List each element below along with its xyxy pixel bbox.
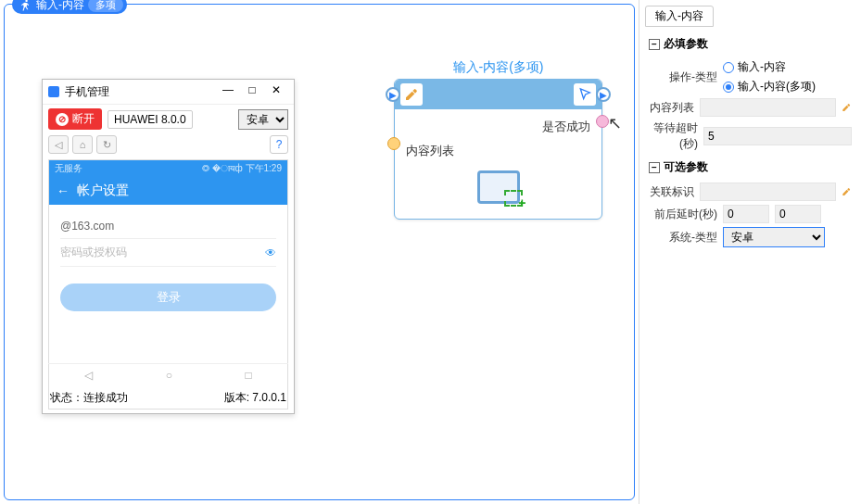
collapse-required-icon[interactable]: − [649, 39, 660, 50]
phone-header-title: 帐户设置 [77, 183, 129, 199]
op-type-radio-2[interactable]: 输入-内容(多项) [723, 79, 852, 94]
system-select[interactable]: 安卓 [723, 227, 825, 247]
assoc-label: 关联标识 [649, 184, 694, 200]
phone-status-left: 无服务 [55, 162, 82, 175]
email-field[interactable]: @163.com [60, 214, 276, 239]
walk-icon [19, 0, 32, 11]
device-name: HUAWEI 8.0.0 [108, 110, 193, 129]
window-title: 手机管理 [65, 84, 109, 100]
maximize-button[interactable]: □ [240, 83, 264, 100]
delay-after-input[interactable] [775, 205, 821, 223]
help-button[interactable]: ? [270, 135, 288, 154]
node-title: 输入-内容(多项) [395, 59, 601, 76]
delay-label: 前后延时(秒) [649, 207, 717, 222]
delay-before-input[interactable] [723, 205, 769, 223]
phone-manager-window: 手机管理 — □ ✕ ⊘ 断开 HUAWEI 8.0.0 安卓 ◁ ⌂ [42, 79, 295, 414]
soft-back-icon[interactable]: ◁ [84, 369, 93, 382]
soft-home-icon[interactable]: ○ [166, 369, 172, 382]
timeout-label: 等待超时(秒) [649, 120, 698, 152]
pm-status: 状态：连接成功 [50, 390, 128, 406]
nav-refresh-button[interactable]: ↻ [96, 135, 117, 154]
mouse-cursor-icon: ↖ [608, 113, 622, 133]
disconnect-button[interactable]: ⊘ 断开 [48, 108, 102, 130]
optional-section: − 可选参数 [649, 156, 852, 179]
content-list-label: 内容列表 [649, 100, 694, 116]
phone-status-right: ◎ �ायф 下午1:29 [202, 162, 282, 175]
list-pin[interactable] [387, 137, 400, 150]
login-button[interactable]: 登录 [60, 284, 276, 311]
op-type-label: 操作-类型 [649, 69, 717, 85]
success-pin[interactable] [596, 115, 609, 128]
success-label: 是否成功 [406, 119, 590, 135]
canvas-pill: 多项 [88, 0, 123, 12]
node-out-port[interactable]: ▶ [596, 87, 611, 102]
phone-soft-nav: ◁ ○ □ [48, 363, 288, 385]
edit-assoc-icon[interactable] [842, 184, 852, 199]
edit-content-icon[interactable] [842, 100, 852, 115]
phone-back-icon[interactable]: ← [57, 183, 70, 198]
minimize-button[interactable]: — [216, 83, 240, 100]
disconnect-icon: ⊘ [56, 113, 69, 126]
required-section: − 必填参数 [649, 32, 852, 56]
app-icon [48, 86, 59, 97]
timeout-input[interactable] [703, 127, 852, 145]
node-screenshot: + [477, 170, 520, 204]
collapse-optional-icon[interactable]: − [649, 162, 660, 173]
pm-version: 版本: 7.0.0.1 [224, 390, 286, 406]
node-in-port[interactable]: ▶ [386, 87, 400, 102]
list-label: 内容列表 [406, 143, 590, 159]
canvas-header: 输入-内容 多项 [12, 0, 127, 14]
os-select[interactable]: 安卓 [238, 109, 288, 130]
canvas-title: 输入-内容 [36, 0, 84, 13]
cursor-icon [574, 83, 596, 106]
op-type-radio-1[interactable]: 输入-内容 [723, 59, 852, 75]
toggle-visibility-icon[interactable]: 👁 [265, 246, 276, 259]
properties-panel: 输入-内容 − 必填参数 操作-类型 输入-内容 输入-内容(多项) 内容列表 … [639, 0, 861, 504]
password-field[interactable]: 密码或授权码 👁 [60, 239, 276, 267]
flow-node[interactable]: 输入-内容(多项) ▶ ▶ 是否成功 内容列表 + [394, 79, 602, 220]
nav-home-button[interactable]: ⌂ [72, 135, 93, 154]
assoc-input[interactable] [700, 183, 837, 201]
nav-back-button[interactable]: ◁ [48, 135, 69, 154]
close-button[interactable]: ✕ [264, 83, 288, 100]
content-list-input[interactable] [700, 98, 837, 117]
panel-tab[interactable]: 输入-内容 [645, 6, 714, 27]
soft-recent-icon[interactable]: □ [246, 369, 252, 382]
system-label: 系统-类型 [649, 230, 717, 246]
edit-icon [400, 83, 423, 106]
